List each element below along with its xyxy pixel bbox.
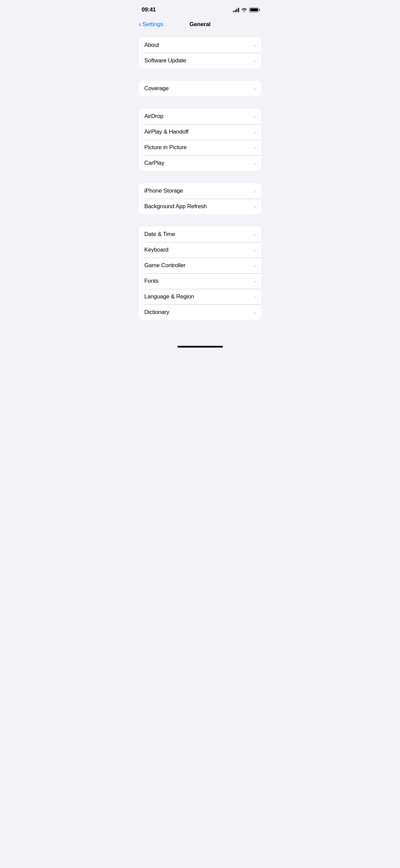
chevron-right-icon: › [254,86,256,92]
home-indicator-bar [177,346,223,348]
wifi-icon [241,8,247,12]
picture-in-picture-label: Picture in Picture [144,144,187,151]
about-label: About [144,42,159,48]
airdrop-label: AirDrop [144,113,163,120]
section-group-2: Coverage › [139,81,261,96]
chevron-right-icon: › [254,188,256,194]
settings-content: About › Software Update › Coverage › Air… [133,32,267,338]
chevron-right-icon: › [254,42,256,48]
background-app-refresh-item[interactable]: Background App Refresh › [139,199,261,214]
background-app-refresh-label: Background App Refresh [144,203,207,210]
chevron-right-icon: › [254,160,256,166]
section-group-3: AirDrop › AirPlay & Handoff › Picture in… [139,108,261,171]
carplay-item[interactable]: CarPlay › [139,155,261,171]
chevron-right-icon: › [254,145,256,151]
signal-icon [233,8,239,12]
fonts-label: Fonts [144,278,159,284]
iphone-storage-label: iPhone Storage [144,188,183,194]
status-time: 09:41 [142,6,156,13]
chevron-right-icon: › [254,58,256,64]
nav-header: ‹ Settings General [133,18,267,32]
iphone-storage-item[interactable]: iPhone Storage › [139,183,261,199]
language-region-item[interactable]: Language & Region › [139,289,261,304]
section-group-4: iPhone Storage › Background App Refresh … [139,183,261,214]
chevron-right-icon: › [254,310,256,315]
chevron-right-icon: › [254,247,256,253]
airplay-handoff-item[interactable]: AirPlay & Handoff › [139,124,261,140]
chevron-right-icon: › [254,294,256,300]
status-icons [233,8,258,12]
fonts-item[interactable]: Fonts › [139,273,261,289]
game-controller-item[interactable]: Game Controller › [139,258,261,273]
software-update-item[interactable]: Software Update › [139,53,261,68]
game-controller-label: Game Controller [144,262,186,269]
home-indicator [133,343,267,350]
airdrop-item[interactable]: AirDrop › [139,108,261,124]
date-time-label: Date & Time [144,231,175,238]
coverage-item[interactable]: Coverage › [139,81,261,96]
back-label: Settings [143,21,163,28]
chevron-right-icon: › [254,129,256,135]
battery-icon [249,8,258,12]
section-group-1: About › Software Update › [139,37,261,68]
about-item[interactable]: About › [139,37,261,53]
airplay-handoff-label: AirPlay & Handoff [144,129,188,135]
page-title: General [190,21,211,28]
date-time-item[interactable]: Date & Time › [139,226,261,242]
dictionary-label: Dictionary [144,309,169,316]
keyboard-label: Keyboard [144,246,168,253]
software-update-label: Software Update [144,57,186,64]
back-button[interactable]: ‹ Settings [139,21,163,28]
keyboard-item[interactable]: Keyboard › [139,242,261,258]
status-bar: 09:41 [133,0,267,18]
chevron-right-icon: › [254,263,256,269]
carplay-label: CarPlay [144,160,164,166]
language-region-label: Language & Region [144,293,194,300]
coverage-label: Coverage [144,85,169,92]
picture-in-picture-item[interactable]: Picture in Picture › [139,140,261,155]
section-group-5: Date & Time › Keyboard › Game Controller… [139,226,261,320]
back-chevron-icon: ‹ [139,20,141,28]
dictionary-item[interactable]: Dictionary › [139,304,261,320]
chevron-right-icon: › [254,204,256,210]
chevron-right-icon: › [254,232,256,237]
chevron-right-icon: › [254,278,256,284]
chevron-right-icon: › [254,114,256,119]
